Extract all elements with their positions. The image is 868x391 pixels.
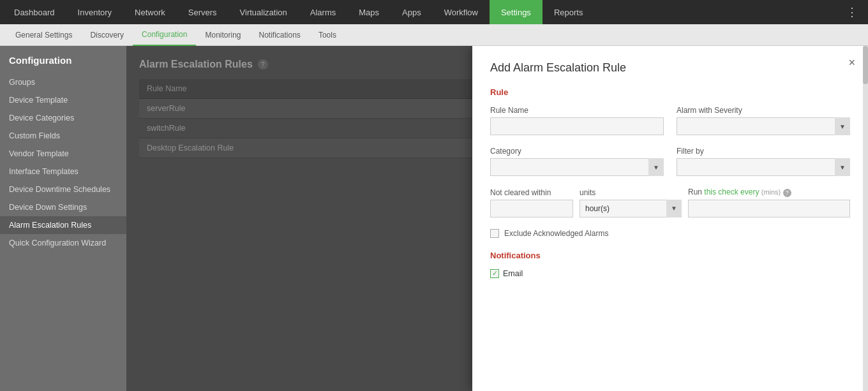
modal-scrollbar-thumb [863, 46, 868, 84]
nav-item-settings[interactable]: Settings [490, 0, 542, 24]
more-options-dots[interactable]: ⋮ [839, 0, 865, 24]
email-checkbox[interactable]: ✓ [490, 269, 499, 278]
sidebar-item-vendor-template[interactable]: Vendor Template [0, 145, 126, 163]
nav-item-servers[interactable]: Servers [177, 0, 228, 24]
form-group-category: Category ▼ [490, 147, 664, 176]
category-label: Category [490, 147, 664, 156]
not-cleared-label: Not cleared within [490, 188, 573, 197]
sidebar-item-device-down-settings[interactable]: Device Down Settings [0, 198, 126, 216]
nav-item-apps[interactable]: Apps [391, 0, 433, 24]
sidebar-item-custom-fields[interactable]: Custom Fields [0, 127, 126, 145]
content-area: Alarm Escalation Rules ? Rule Name Enabl… [126, 46, 868, 391]
alarm-severity-label: Alarm with Severity [677, 106, 850, 115]
rule-name-input[interactable] [490, 117, 664, 135]
nav-item-dashboard[interactable]: Dashboard [3, 0, 66, 24]
form-group-rule-name: Rule Name [490, 106, 664, 135]
subnav-discovery[interactable]: Discovery [81, 24, 133, 46]
main-layout: Configuration Groups Device Template Dev… [0, 46, 868, 391]
modal-overlay: Add Alarm Escalation Rule × Rule Rule Na… [126, 46, 868, 391]
sidebar-item-alarm-escalation-rules[interactable]: Alarm Escalation Rules [0, 216, 126, 234]
alarm-severity-select[interactable] [677, 117, 850, 135]
run-check-label: Run this check every (mins) ? [688, 188, 850, 197]
sidebar: Configuration Groups Device Template Dev… [0, 46, 126, 391]
form-row-rule-name-severity: Rule Name Alarm with Severity ▼ [490, 106, 850, 135]
sidebar-item-quick-configuration-wizard[interactable]: Quick Configuration Wizard [0, 234, 126, 252]
run-mins-text: (mins) [761, 188, 781, 196]
units-select[interactable]: hour(s) minute(s) day(s) [580, 200, 682, 218]
notifications-section: Notifications ✓ Email [490, 251, 850, 278]
category-select[interactable] [490, 158, 664, 176]
nav-item-inventory[interactable]: Inventory [66, 0, 123, 24]
modal-title: Add Alarm Escalation Rule [490, 61, 850, 75]
units-select-wrap: hour(s) minute(s) day(s) ▼ [580, 200, 682, 218]
run-check-help-icon[interactable]: ? [783, 189, 791, 197]
run-label-text: Run [688, 188, 702, 196]
sidebar-item-groups[interactable]: Groups [0, 73, 126, 91]
subnav-configuration[interactable]: Configuration [133, 24, 196, 46]
subnav-notifications[interactable]: Notifications [250, 24, 310, 46]
subnav-monitoring[interactable]: Monitoring [196, 24, 250, 46]
run-link-text[interactable]: this check every [704, 188, 761, 196]
exclude-acknowledged-checkbox[interactable] [490, 229, 499, 238]
run-check-input[interactable] [688, 200, 850, 218]
sidebar-title: Configuration [0, 55, 126, 73]
modal-close-button[interactable]: × [848, 56, 855, 70]
subnav-tools[interactable]: Tools [310, 24, 345, 46]
rule-name-label: Rule Name [490, 106, 664, 115]
nav-item-maps[interactable]: Maps [347, 0, 391, 24]
sidebar-item-interface-templates[interactable]: Interface Templates [0, 163, 126, 181]
form-row-category-filter: Category ▼ Filter by [490, 147, 850, 176]
sidebar-item-device-template[interactable]: Device Template [0, 91, 126, 109]
form-group-alarm-severity: Alarm with Severity ▼ [677, 106, 850, 135]
nav-item-workflow[interactable]: Workflow [433, 0, 490, 24]
email-checkbox-row: ✓ Email [490, 269, 850, 278]
notifications-section-label: Notifications [490, 251, 850, 260]
email-label: Email [503, 269, 523, 278]
units-label: units [580, 188, 682, 197]
filter-by-select-wrap: ▼ [677, 158, 850, 176]
rule-section-label: Rule [490, 87, 850, 97]
form-group-run-check: Run this check every (mins) ? [688, 188, 850, 218]
email-checkmark-icon: ✓ [492, 269, 498, 277]
sidebar-item-device-categories[interactable]: Device Categories [0, 109, 126, 127]
sub-nav: General Settings Discovery Configuration… [0, 24, 868, 46]
form-group-units: units hour(s) minute(s) day(s) ▼ [580, 188, 682, 218]
form-group-not-cleared: Not cleared within [490, 188, 573, 218]
top-nav: Dashboard Inventory Network Servers Virt… [0, 0, 868, 24]
nav-item-network[interactable]: Network [123, 0, 177, 24]
not-cleared-row: Not cleared within units hour(s) minute(… [490, 188, 850, 218]
alarm-severity-select-wrap: ▼ [677, 117, 850, 135]
exclude-acknowledged-row: Exclude Acknowledged Alarms [490, 229, 850, 238]
nav-item-alarms[interactable]: Alarms [299, 0, 347, 24]
category-select-wrap: ▼ [490, 158, 664, 176]
not-cleared-input[interactable] [490, 200, 573, 218]
sidebar-item-device-downtime-schedules[interactable]: Device Downtime Schedules [0, 181, 126, 198]
modal-panel: Add Alarm Escalation Rule × Rule Rule Na… [472, 46, 868, 391]
nav-item-reports[interactable]: Reports [542, 0, 595, 24]
form-group-filter-by: Filter by ▼ [677, 147, 850, 176]
filter-by-select[interactable] [677, 158, 850, 176]
filter-by-label: Filter by [677, 147, 850, 156]
modal-scrollbar[interactable] [863, 46, 868, 391]
exclude-acknowledged-label: Exclude Acknowledged Alarms [504, 229, 608, 238]
subnav-general-settings[interactable]: General Settings [6, 24, 81, 46]
nav-item-virtualization[interactable]: Virtualization [228, 0, 299, 24]
